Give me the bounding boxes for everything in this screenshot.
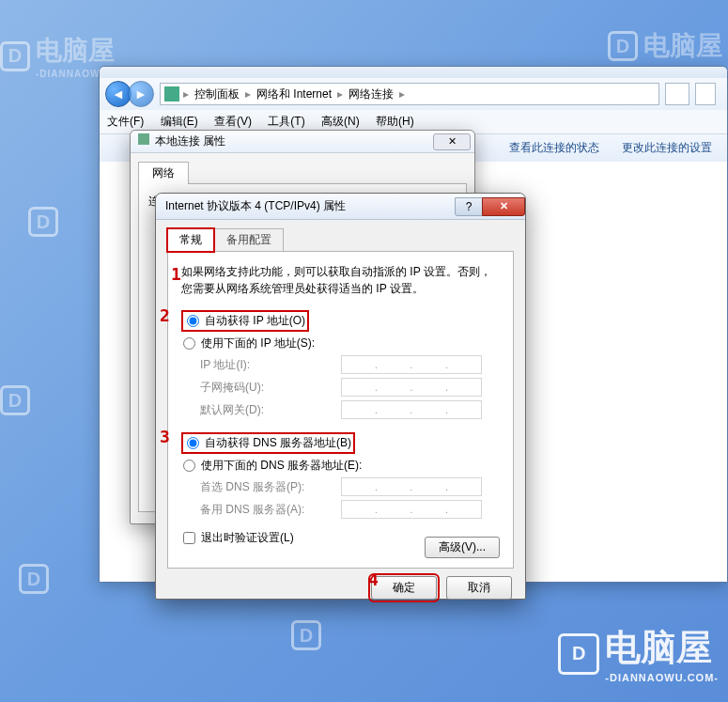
adapter-icon xyxy=(138,133,149,145)
tab-general[interactable]: 常规 xyxy=(167,228,214,252)
crumb-leaf[interactable]: 网络连接 xyxy=(343,86,399,102)
description-text: 如果网络支持此功能，则可以获取自动指派的 IP 设置。否则，您需要从网络系统管理… xyxy=(181,263,500,297)
watermark-brand-big: 电脑屋 xyxy=(605,628,712,667)
menu-edit[interactable]: 编辑(E) xyxy=(161,115,198,128)
menu-advanced[interactable]: 高级(N) xyxy=(321,115,360,128)
search-box[interactable] xyxy=(695,83,716,105)
label-manual-dns: 使用下面的 DNS 服务器地址(E): xyxy=(201,458,362,474)
close-button[interactable]: ✕ xyxy=(482,197,525,216)
label-validate: 退出时验证设置(L) xyxy=(201,530,294,546)
label-ip-address: IP 地址(I): xyxy=(200,357,341,373)
label-preferred-dns: 首选 DNS 服务器(P): xyxy=(200,479,341,495)
watermark-brand-2: 电脑屋 xyxy=(643,31,722,60)
annotation-3: 3 xyxy=(160,427,170,446)
crumb-mid[interactable]: 网络和 Internet xyxy=(251,86,337,102)
auto-ip-highlight: 自动获得 IP 地址(O) xyxy=(181,310,309,332)
input-gateway: ... xyxy=(341,400,482,419)
radio-manual-ip[interactable] xyxy=(183,337,195,350)
annotation-1: 1 xyxy=(171,264,181,284)
input-alternate-dns: ... xyxy=(341,500,482,519)
label-manual-ip: 使用下面的 IP 地址(S): xyxy=(201,335,315,351)
crumb-root[interactable]: 控制面板 xyxy=(189,86,245,102)
watermark-sub-big: -DIANNAOWU.COM- xyxy=(605,672,719,683)
menu-tools[interactable]: 工具(T) xyxy=(268,115,304,128)
breadcrumb[interactable]: ▸ 控制面板 ▸ 网络和 Internet ▸ 网络连接 ▸ xyxy=(160,83,659,105)
label-auto-dns: 自动获得 DNS 服务器地址(B) xyxy=(205,435,351,451)
advanced-button[interactable]: 高级(V)... xyxy=(425,537,500,558)
input-preferred-dns: ... xyxy=(341,477,482,496)
radio-auto-dns[interactable] xyxy=(187,437,199,449)
network-icon xyxy=(164,86,179,101)
label-subnet: 子网掩码(U): xyxy=(200,380,341,396)
ok-button[interactable]: 确定 xyxy=(371,576,437,600)
annotation-4: 4 xyxy=(368,569,379,589)
radio-manual-dns[interactable] xyxy=(183,460,195,472)
input-ip-address: ... xyxy=(341,355,482,374)
props-title: 本地连接 属性 xyxy=(155,134,225,148)
checkbox-validate[interactable] xyxy=(183,532,195,544)
cancel-button[interactable]: 取消 xyxy=(446,576,512,600)
ipv4-title: Internet 协议版本 4 (TCP/IPv4) 属性 xyxy=(165,198,346,214)
menu-file[interactable]: 文件(F) xyxy=(107,115,144,128)
label-alternate-dns: 备用 DNS 服务器(A): xyxy=(200,502,341,518)
menu-view[interactable]: 查看(V) xyxy=(214,115,252,128)
label-gateway: 默认网关(D): xyxy=(200,402,341,418)
tab-alternate[interactable]: 备用配置 xyxy=(214,228,284,252)
menu-help[interactable]: 帮助(H) xyxy=(376,115,414,128)
label-auto-ip: 自动获得 IP 地址(O) xyxy=(205,313,305,329)
ipv4-properties-dialog: Internet 协议版本 4 (TCP/IPv4) 属性 ? ✕ 常规备用配置… xyxy=(155,193,526,600)
annotation-2: 2 xyxy=(160,305,170,325)
tab-network[interactable]: 网络 xyxy=(138,162,189,184)
refresh-button[interactable] xyxy=(665,83,689,105)
help-button[interactable]: ? xyxy=(455,197,483,216)
close-button[interactable]: ✕ xyxy=(433,133,471,150)
radio-auto-ip[interactable] xyxy=(187,315,199,327)
forward-button[interactable]: ► xyxy=(128,81,154,107)
input-subnet: ... xyxy=(341,378,482,397)
watermark-brand: 电脑屋 xyxy=(36,36,115,65)
toolbar-change-settings[interactable]: 更改此连接的设置 xyxy=(622,140,712,156)
auto-dns-highlight: 自动获得 DNS 服务器地址(B) xyxy=(181,432,355,454)
toolbar-view-status[interactable]: 查看此连接的状态 xyxy=(509,140,599,156)
nav-bar: ◄ ► ▸ 控制面板 ▸ 网络和 Internet ▸ 网络连接 ▸ xyxy=(100,78,727,110)
